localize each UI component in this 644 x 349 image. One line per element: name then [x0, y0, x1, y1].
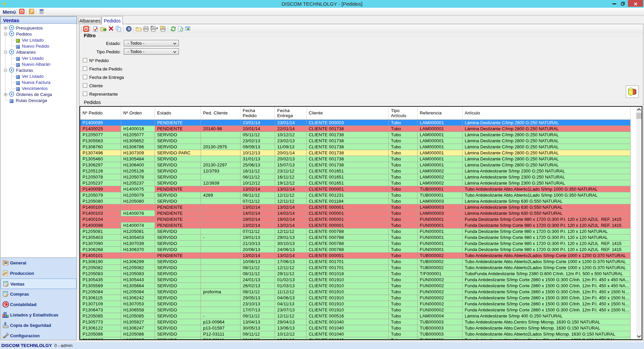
svg-text:C: C — [4, 302, 7, 307]
